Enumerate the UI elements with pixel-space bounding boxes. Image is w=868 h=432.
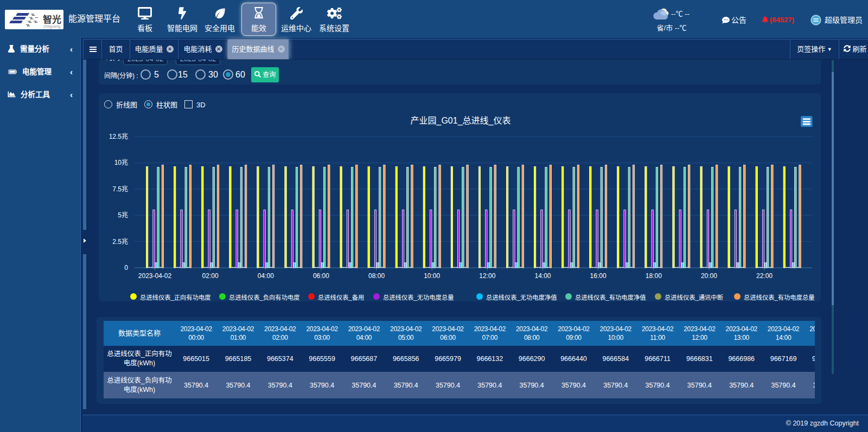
svg-text:10:00: 10:00 xyxy=(424,272,440,280)
svg-text:18:00: 18:00 xyxy=(646,272,662,280)
svg-text:06:00: 06:00 xyxy=(313,272,329,280)
svg-text:16:00: 16:00 xyxy=(590,272,607,280)
svg-text:14:00: 14:00 xyxy=(534,272,551,280)
svg-text:7.5兆: 7.5兆 xyxy=(112,185,128,193)
svg-text:12:00: 12:00 xyxy=(479,272,495,280)
svg-text:5兆: 5兆 xyxy=(118,211,128,219)
svg-text:22:00: 22:00 xyxy=(756,272,773,280)
svg-text:20:00: 20:00 xyxy=(701,272,717,280)
svg-text:12.5兆: 12.5兆 xyxy=(109,133,128,140)
svg-text:2.5兆: 2.5兆 xyxy=(112,238,128,246)
svg-text:产业园_G01_总进线_仪表: 产业园_G01_总进线_仪表 xyxy=(411,116,511,126)
svg-text:08:00: 08:00 xyxy=(368,272,385,280)
svg-text:Zhiguang: Zhiguang xyxy=(43,24,60,29)
svg-text:2023-04-02: 2023-04-02 xyxy=(138,272,172,280)
svg-text:02:00: 02:00 xyxy=(202,272,219,280)
svg-text:0: 0 xyxy=(124,264,128,272)
svg-text:04:00: 04:00 xyxy=(258,272,274,280)
svg-text:10兆: 10兆 xyxy=(114,159,128,166)
